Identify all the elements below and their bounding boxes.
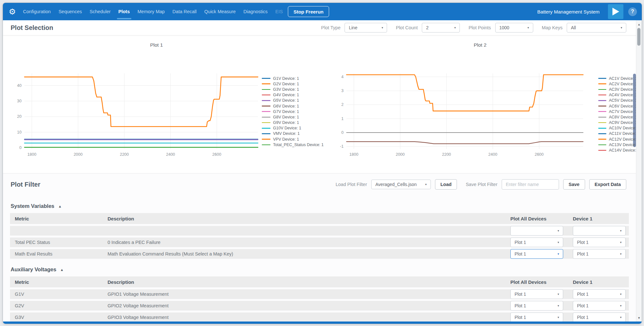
device1-select[interactable]: Plot 1▼: [573, 289, 626, 299]
legend-item[interactable]: VPV Device: 1: [262, 136, 324, 142]
legend-line-swatch: [598, 117, 606, 118]
chevron-down-icon: ▼: [620, 316, 622, 319]
svg-text:2600: 2600: [212, 152, 221, 157]
legend-item[interactable]: G5V Device: 1: [262, 98, 324, 103]
app-title: Battery Management System: [537, 9, 600, 14]
svg-text:2000: 2000: [74, 152, 83, 157]
legend-item[interactable]: G6V Device: 1: [262, 103, 324, 109]
load-button[interactable]: Load: [435, 179, 457, 190]
legend-item[interactable]: AC5V Device: 1: [598, 98, 639, 103]
plot-all-devices-select[interactable]: Plot 1▼: [510, 249, 563, 259]
legend-label: AC7V Device: 1: [609, 109, 637, 114]
legend-item[interactable]: G9V Device: 1: [262, 120, 324, 126]
legend-item[interactable]: G4V Device: 1: [262, 92, 324, 98]
gear-icon[interactable]: ⚙: [9, 8, 16, 16]
scroll-down-icon[interactable]: ▼: [636, 316, 642, 320]
legend-label: AC12V Device: 1: [609, 137, 639, 142]
svg-text:30: 30: [17, 99, 22, 103]
legend-item[interactable]: AC3V Device: 1: [598, 87, 639, 92]
legend-item[interactable]: AC14V Device: 1: [598, 147, 639, 153]
plot-all-devices-select[interactable]: Plot 1▼: [510, 289, 563, 299]
metric-cell: Math Eval Results: [15, 251, 108, 256]
table-row: Total PEC Status0 Indicates a PEC Failur…: [10, 238, 629, 247]
legend-item[interactable]: Total_PEC_Status Device: 1: [262, 142, 324, 147]
plot-points-select-value: 1000: [499, 25, 509, 30]
legend-item[interactable]: G10V Device: 1: [262, 126, 324, 131]
legend-line-swatch: [598, 128, 606, 129]
load-filter-select[interactable]: Averaged_Cells.json▼: [371, 180, 431, 189]
legend-line-swatch: [598, 144, 606, 145]
legend-item[interactable]: G7V Device: 1: [262, 109, 324, 114]
legend-item[interactable]: G2V Device: 1: [262, 81, 324, 87]
device1-select[interactable]: Plot 1▼: [573, 301, 626, 311]
legend-item[interactable]: AC2V Device: 1: [598, 81, 639, 87]
column-header-plot-all-devices: Plot All Devices: [510, 279, 568, 285]
svg-text:20: 20: [17, 114, 22, 119]
main-scrollbar[interactable]: ▲ ▼: [636, 20, 642, 321]
legend-line-swatch: [262, 122, 270, 123]
legend-item[interactable]: AC12V Device: 1: [598, 136, 639, 142]
nav-item-diagnostics[interactable]: Diagnostics: [243, 9, 268, 14]
plot-count-select[interactable]: 2▼: [422, 23, 460, 33]
legend-item[interactable]: AC10V Device: 1: [598, 126, 639, 131]
plot-points-select[interactable]: 1000▼: [495, 23, 533, 33]
main-scrollbar-thumb[interactable]: [637, 28, 640, 46]
legend-label: AC3V Device: 1: [609, 87, 637, 92]
export-data-button[interactable]: Export Data: [589, 179, 626, 190]
charts-panel: 01020304018002000220024002600-1012341800…: [3, 35, 642, 173]
collapse-icon[interactable]: ▲: [60, 268, 64, 272]
nav-item-memory-map[interactable]: Memory Map: [137, 9, 165, 14]
save-button[interactable]: Save: [563, 179, 585, 190]
legend-item[interactable]: G1V Device: 1: [262, 76, 324, 81]
plot-filter-controls: Load Plot Filter Averaged_Cells.json▼ Lo…: [331, 179, 626, 190]
legend-line-swatch: [598, 100, 606, 101]
legend-label: G3V Device: 1: [273, 87, 299, 92]
legend-item[interactable]: G8V Device: 1: [262, 114, 324, 120]
plot-all-devices-select[interactable]: Plot 1▼: [510, 238, 563, 247]
legend-item[interactable]: VMV Device: 1: [262, 131, 324, 136]
legend-line-swatch: [262, 89, 270, 90]
plot-type-select[interactable]: Line▼: [345, 23, 387, 33]
legend-label: G6V Device: 1: [273, 104, 299, 108]
filter-name-input[interactable]: [502, 179, 559, 190]
device1-select[interactable]: ▼: [573, 226, 626, 236]
collapse-icon[interactable]: ▲: [58, 204, 62, 208]
plot-all-devices-select[interactable]: Plot 1▼: [510, 301, 563, 311]
legend-item[interactable]: AC4V Device: 1: [598, 92, 639, 98]
nav-item-sequences[interactable]: Sequences: [59, 9, 82, 14]
plot-all-devices-select-value: Plot 1: [515, 240, 526, 245]
window-bottom-edge: [3, 321, 642, 324]
map-keys-label: Map Keys: [542, 25, 563, 30]
legend-item[interactable]: AC7V Device: 1: [598, 109, 639, 114]
legend-line-swatch: [262, 95, 270, 96]
scroll-up-icon[interactable]: ▲: [636, 23, 642, 26]
load-filter-label: Load Plot Filter: [336, 182, 367, 187]
chevron-down-icon: ▼: [527, 26, 530, 29]
legend-item[interactable]: AC9V Device: 1: [598, 120, 639, 126]
legend-item[interactable]: AC6V Device: 1: [598, 103, 639, 109]
legend-line-swatch: [598, 133, 606, 134]
plot-all-devices-select-value: Plot 1: [515, 315, 526, 320]
plot-all-devices-select[interactable]: Plot 1▼: [510, 312, 563, 322]
nav-item-scheduler[interactable]: Scheduler: [90, 9, 110, 14]
nav-item-quick-measure[interactable]: Quick Measure: [204, 9, 236, 14]
nav-item-configuration[interactable]: Configuration: [23, 9, 51, 14]
device1-select[interactable]: Plot 1▼: [573, 249, 626, 259]
map-keys-select[interactable]: All▼: [567, 23, 626, 33]
svg-text:2200: 2200: [442, 152, 451, 157]
nav-item-data-recall[interactable]: Data Recall: [173, 9, 197, 14]
legend-item[interactable]: AC1V Device: 1: [598, 76, 639, 81]
device1-select[interactable]: Plot 1▼: [573, 238, 626, 247]
legend-item[interactable]: G3V Device: 1: [262, 87, 324, 92]
legend-item[interactable]: AC13V Device: 1: [598, 142, 639, 147]
device1-select[interactable]: Plot 1▼: [573, 312, 626, 322]
legend-item[interactable]: AC8V Device: 1: [598, 114, 639, 120]
plot-all-devices-select[interactable]: ▼: [510, 226, 563, 236]
device1-select-value: Plot 1: [577, 303, 589, 308]
stop-freerun-button[interactable]: Stop Freerun: [288, 6, 329, 17]
legend-line-swatch: [262, 78, 270, 79]
legend-item[interactable]: AC11V Device: 1: [598, 131, 639, 136]
play-button[interactable]: [608, 4, 623, 19]
help-icon[interactable]: ?: [628, 7, 637, 16]
nav-item-plots[interactable]: Plots: [118, 9, 130, 14]
